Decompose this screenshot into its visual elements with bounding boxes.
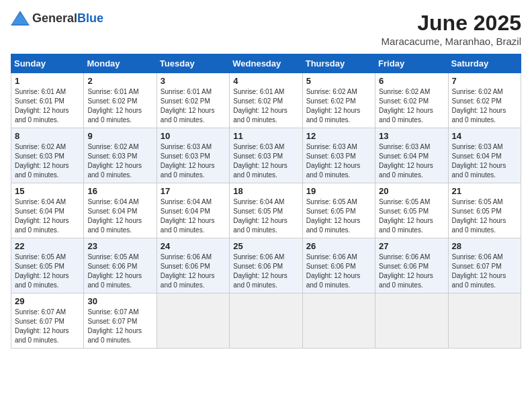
- day-info: Sunrise: 6:02 AMSunset: 6:02 PMDaylight:…: [379, 87, 444, 125]
- header-friday: Friday: [375, 54, 448, 73]
- day-info: Sunrise: 6:03 AMSunset: 6:04 PMDaylight:…: [452, 142, 517, 180]
- calendar-cell: 19Sunrise: 6:05 AMSunset: 6:05 PMDayligh…: [302, 183, 375, 238]
- day-info: Sunrise: 6:03 AMSunset: 6:03 PMDaylight:…: [161, 142, 226, 180]
- day-info: Sunrise: 6:05 AMSunset: 6:05 PMDaylight:…: [15, 253, 80, 290]
- day-number: 13: [379, 131, 444, 141]
- day-number: 5: [306, 76, 371, 86]
- day-number: 18: [233, 186, 298, 196]
- month-title: June 2025: [382, 11, 521, 36]
- day-info: Sunrise: 6:03 AMSunset: 6:04 PMDaylight:…: [379, 142, 444, 180]
- day-info: Sunrise: 6:01 AMSunset: 6:02 PMDaylight:…: [161, 87, 226, 125]
- day-number: 27: [379, 241, 444, 251]
- calendar-cell: 22Sunrise: 6:05 AMSunset: 6:05 PMDayligh…: [11, 238, 84, 293]
- calendar-cell: [375, 293, 448, 349]
- header-saturday: Saturday: [448, 54, 521, 73]
- day-info: Sunrise: 6:01 AMSunset: 6:02 PMDaylight:…: [233, 87, 298, 125]
- day-number: 30: [87, 296, 152, 306]
- day-info: Sunrise: 6:04 AMSunset: 6:05 PMDaylight:…: [233, 197, 298, 235]
- calendar-cell: 20Sunrise: 6:05 AMSunset: 6:05 PMDayligh…: [375, 183, 448, 238]
- day-info: Sunrise: 6:02 AMSunset: 6:02 PMDaylight:…: [306, 87, 371, 125]
- day-info: Sunrise: 6:06 AMSunset: 6:07 PMDaylight:…: [452, 253, 517, 290]
- calendar-cell: 3Sunrise: 6:01 AMSunset: 6:02 PMDaylight…: [157, 73, 229, 128]
- day-number: 8: [15, 131, 80, 141]
- day-info: Sunrise: 6:01 AMSunset: 6:01 PMDaylight:…: [15, 87, 80, 125]
- day-number: 2: [87, 76, 152, 86]
- logo: GeneralBlue: [11, 11, 103, 26]
- calendar-cell: 25Sunrise: 6:06 AMSunset: 6:06 PMDayligh…: [230, 238, 302, 293]
- calendar-cell: 23Sunrise: 6:05 AMSunset: 6:06 PMDayligh…: [84, 238, 157, 293]
- day-number: 6: [379, 76, 444, 86]
- day-info: Sunrise: 6:02 AMSunset: 6:03 PMDaylight:…: [15, 142, 80, 180]
- calendar-cell: 14Sunrise: 6:03 AMSunset: 6:04 PMDayligh…: [448, 128, 521, 183]
- day-number: 24: [161, 241, 226, 251]
- header-wednesday: Wednesday: [230, 54, 302, 73]
- day-info: Sunrise: 6:06 AMSunset: 6:06 PMDaylight:…: [306, 253, 371, 290]
- day-number: 17: [161, 186, 226, 196]
- day-number: 3: [161, 76, 226, 86]
- calendar-cell: 11Sunrise: 6:03 AMSunset: 6:03 PMDayligh…: [230, 128, 302, 183]
- day-info: Sunrise: 6:04 AMSunset: 6:04 PMDaylight:…: [87, 197, 152, 235]
- day-number: 10: [161, 131, 226, 141]
- day-number: 29: [15, 296, 80, 306]
- calendar-cell: [302, 293, 375, 349]
- calendar-week-row: 22Sunrise: 6:05 AMSunset: 6:05 PMDayligh…: [11, 238, 521, 293]
- day-info: Sunrise: 6:04 AMSunset: 6:04 PMDaylight:…: [161, 197, 226, 235]
- calendar-week-row: 1Sunrise: 6:01 AMSunset: 6:01 PMDaylight…: [11, 73, 521, 128]
- day-info: Sunrise: 6:06 AMSunset: 6:06 PMDaylight:…: [379, 253, 444, 290]
- calendar-week-row: 29Sunrise: 6:07 AMSunset: 6:07 PMDayligh…: [11, 293, 521, 349]
- day-info: Sunrise: 6:05 AMSunset: 6:06 PMDaylight:…: [87, 253, 152, 290]
- day-number: 21: [452, 186, 517, 196]
- svg-marker-1: [12, 13, 28, 24]
- day-number: 7: [452, 76, 517, 86]
- calendar-week-row: 15Sunrise: 6:04 AMSunset: 6:04 PMDayligh…: [11, 183, 521, 238]
- day-number: 22: [15, 241, 80, 251]
- calendar-cell: [157, 293, 229, 349]
- page-header: GeneralBlue June 2025 Maracacume, Maranh…: [11, 11, 521, 47]
- day-info: Sunrise: 6:06 AMSunset: 6:06 PMDaylight:…: [233, 253, 298, 290]
- title-area: June 2025 Maracacume, Maranhao, Brazil: [382, 11, 521, 47]
- calendar-cell: 16Sunrise: 6:04 AMSunset: 6:04 PMDayligh…: [84, 183, 157, 238]
- day-info: Sunrise: 6:02 AMSunset: 6:03 PMDaylight:…: [87, 142, 152, 180]
- calendar-cell: 27Sunrise: 6:06 AMSunset: 6:06 PMDayligh…: [375, 238, 448, 293]
- day-number: 4: [233, 76, 298, 86]
- calendar-cell: [230, 293, 302, 349]
- calendar-cell: 21Sunrise: 6:05 AMSunset: 6:05 PMDayligh…: [448, 183, 521, 238]
- day-number: 12: [306, 131, 371, 141]
- day-info: Sunrise: 6:05 AMSunset: 6:05 PMDaylight:…: [452, 197, 517, 235]
- day-info: Sunrise: 6:07 AMSunset: 6:07 PMDaylight:…: [87, 308, 152, 345]
- day-number: 28: [452, 241, 517, 251]
- calendar-cell: 2Sunrise: 6:01 AMSunset: 6:02 PMDaylight…: [84, 73, 157, 128]
- day-info: Sunrise: 6:03 AMSunset: 6:03 PMDaylight:…: [306, 142, 371, 180]
- calendar-cell: 15Sunrise: 6:04 AMSunset: 6:04 PMDayligh…: [11, 183, 84, 238]
- day-number: 25: [233, 241, 298, 251]
- header-tuesday: Tuesday: [157, 54, 229, 73]
- calendar-cell: 1Sunrise: 6:01 AMSunset: 6:01 PMDaylight…: [11, 73, 84, 128]
- calendar-cell: 10Sunrise: 6:03 AMSunset: 6:03 PMDayligh…: [157, 128, 229, 183]
- calendar-cell: 5Sunrise: 6:02 AMSunset: 6:02 PMDaylight…: [302, 73, 375, 128]
- calendar-cell: 17Sunrise: 6:04 AMSunset: 6:04 PMDayligh…: [157, 183, 229, 238]
- calendar-cell: 4Sunrise: 6:01 AMSunset: 6:02 PMDaylight…: [230, 73, 302, 128]
- calendar-cell: [448, 293, 521, 349]
- day-info: Sunrise: 6:07 AMSunset: 6:07 PMDaylight:…: [15, 308, 80, 345]
- header-monday: Monday: [84, 54, 157, 73]
- day-info: Sunrise: 6:05 AMSunset: 6:05 PMDaylight:…: [306, 197, 371, 235]
- calendar-cell: 30Sunrise: 6:07 AMSunset: 6:07 PMDayligh…: [84, 293, 157, 349]
- calendar-cell: 12Sunrise: 6:03 AMSunset: 6:03 PMDayligh…: [302, 128, 375, 183]
- location-title: Maracacume, Maranhao, Brazil: [382, 36, 521, 47]
- calendar-cell: 9Sunrise: 6:02 AMSunset: 6:03 PMDaylight…: [84, 128, 157, 183]
- day-number: 11: [233, 131, 298, 141]
- header-sunday: Sunday: [11, 54, 84, 73]
- day-number: 16: [87, 186, 152, 196]
- calendar-cell: 6Sunrise: 6:02 AMSunset: 6:02 PMDaylight…: [375, 73, 448, 128]
- day-info: Sunrise: 6:03 AMSunset: 6:03 PMDaylight:…: [233, 142, 298, 180]
- day-info: Sunrise: 6:05 AMSunset: 6:05 PMDaylight:…: [379, 197, 444, 235]
- calendar-header-row: SundayMondayTuesdayWednesdayThursdayFrid…: [11, 54, 521, 73]
- calendar-cell: 8Sunrise: 6:02 AMSunset: 6:03 PMDaylight…: [11, 128, 84, 183]
- logo-icon: [11, 11, 30, 26]
- day-number: 1: [15, 76, 80, 86]
- calendar-cell: 26Sunrise: 6:06 AMSunset: 6:06 PMDayligh…: [302, 238, 375, 293]
- day-number: 15: [15, 186, 80, 196]
- calendar-cell: 24Sunrise: 6:06 AMSunset: 6:06 PMDayligh…: [157, 238, 229, 293]
- day-info: Sunrise: 6:01 AMSunset: 6:02 PMDaylight:…: [87, 87, 152, 125]
- day-number: 14: [452, 131, 517, 141]
